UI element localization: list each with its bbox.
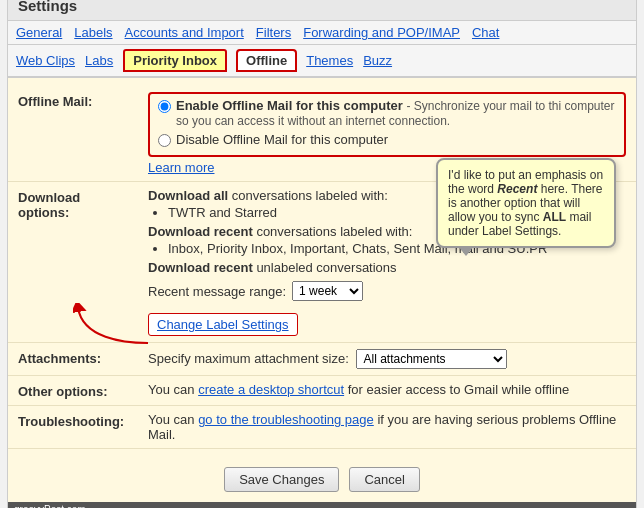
download-section: Downloadoptions: Download all conversati… xyxy=(8,182,636,343)
tab-buzz[interactable]: Buzz xyxy=(363,53,392,68)
curved-arrow-svg xyxy=(73,303,153,353)
tab-themes[interactable]: Themes xyxy=(306,53,353,68)
desktop-shortcut-link[interactable]: create a desktop shortcut xyxy=(198,382,344,397)
tab-general[interactable]: General xyxy=(16,25,62,40)
troubleshooting-content: You can go to the troubleshooting page i… xyxy=(148,412,626,442)
tab-labs[interactable]: Labs xyxy=(85,53,113,68)
other-options-label: Other options: xyxy=(18,382,148,399)
disable-option-row: Disable Offline Mail for this computer xyxy=(158,132,616,147)
tab-filters[interactable]: Filters xyxy=(256,25,291,40)
tab-forwarding[interactable]: Forwarding and POP/IMAP xyxy=(303,25,460,40)
tab-priority-inbox[interactable]: Priority Inbox xyxy=(123,49,227,72)
tab-labels[interactable]: Labels xyxy=(74,25,112,40)
attachments-text: Specify maximum attachment size: xyxy=(148,351,349,366)
enable-label: Enable Offline Mail for this computer - … xyxy=(176,98,616,128)
recent-range-row: Recent message range: 1 week 2 weeks 1 m… xyxy=(148,281,626,301)
tooltip-box: I'd like to put an emphasis on the word … xyxy=(436,158,616,248)
tab-chat[interactable]: Chat xyxy=(472,25,499,40)
other-options-content: You can create a desktop shortcut for ea… xyxy=(148,382,626,399)
disable-label: Disable Offline Mail for this computer xyxy=(176,132,388,147)
disable-radio[interactable] xyxy=(158,134,171,147)
offline-mail-label: Offline Mail: xyxy=(18,92,148,175)
change-label-container: Change Label Settings xyxy=(148,313,298,336)
troubleshooting-link[interactable]: go to the troubleshooting page xyxy=(198,412,374,427)
recent-range-select[interactable]: 1 week 2 weeks 1 month xyxy=(292,281,363,301)
attachments-content: Specify maximum attachment size: All att… xyxy=(148,349,626,369)
other-suffix: for easier access to Gmail while offline xyxy=(348,382,570,397)
enable-option-row: Enable Offline Mail for this computer - … xyxy=(158,98,616,128)
tabs-row-1: General Labels Accounts and Import Filte… xyxy=(8,21,636,45)
download-content: Download all conversations labeled with:… xyxy=(148,188,626,336)
troubleshooting-section: Troubleshooting: You can go to the troub… xyxy=(8,406,636,449)
tab-offline[interactable]: Offline xyxy=(237,50,296,71)
cancel-button[interactable]: Cancel xyxy=(349,467,419,492)
tab-accounts[interactable]: Accounts and Import xyxy=(125,25,244,40)
troubleshooting-label: Troubleshooting: xyxy=(18,412,148,442)
enable-disable-box: Enable Offline Mail for this computer - … xyxy=(148,92,626,157)
troubleshooting-prefix: You can xyxy=(148,412,195,427)
tooltip-bold: ALL xyxy=(543,210,566,224)
tooltip-italic: Recent xyxy=(497,182,537,196)
download-recent2-row: Download recent unlabeled conversations xyxy=(148,260,626,275)
recent-range-label: Recent message range: xyxy=(148,284,286,299)
page-title: Settings xyxy=(8,0,636,21)
tabs-row-2: Web Clips Labs Priority Inbox Offline Th… xyxy=(8,45,636,78)
enable-radio[interactable] xyxy=(158,100,171,113)
attachment-size-select[interactable]: All attachments No attachments Large att… xyxy=(356,349,507,369)
other-options-section: Other options: You can create a desktop … xyxy=(8,376,636,406)
watermark: groovyPost.com xyxy=(8,502,636,508)
buttons-row: Save Changes Cancel xyxy=(8,457,636,502)
settings-window: Settings General Labels Accounts and Imp… xyxy=(7,0,637,508)
content-area: Offline Mail: Enable Offline Mail for th… xyxy=(8,78,636,457)
tab-webclips[interactable]: Web Clips xyxy=(16,53,75,68)
change-label-button[interactable]: Change Label Settings xyxy=(148,313,298,336)
other-prefix: You can xyxy=(148,382,195,397)
save-button[interactable]: Save Changes xyxy=(224,467,339,492)
